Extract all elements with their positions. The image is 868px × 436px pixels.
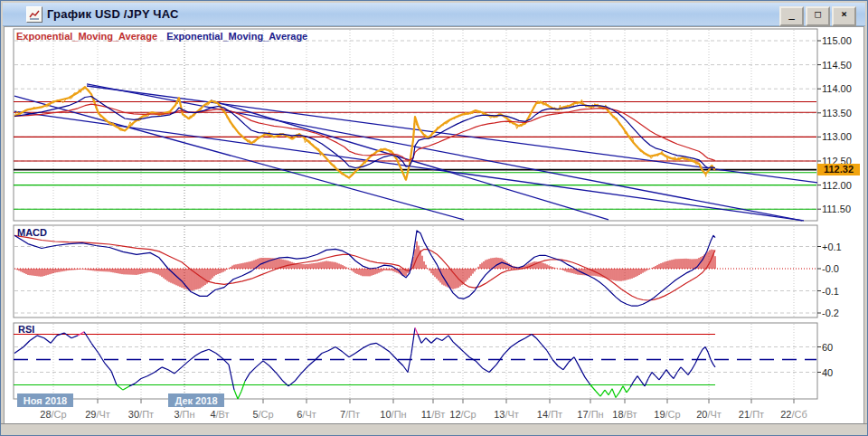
svg-text:113.50: 113.50 <box>822 108 852 118</box>
svg-text:-0.1: -0.1 <box>822 286 839 297</box>
svg-text:13/Чт: 13/Чт <box>494 409 519 420</box>
chart-window: График USD /JPY ЧАС _ □ × 115.00114.5011… <box>0 0 868 436</box>
svg-text:22/Сб: 22/Сб <box>780 409 807 420</box>
svg-text:4/Вт: 4/Вт <box>210 409 229 420</box>
indicator-legend: Exponential_Moving_Average Exponential_M… <box>16 31 307 42</box>
svg-text:17/Пн: 17/Пн <box>577 409 603 420</box>
macd-panel-label: MACD <box>17 227 47 238</box>
legend-ema-red: Exponential_Moving_Average <box>16 31 157 42</box>
svg-text:+0.1: +0.1 <box>822 242 842 252</box>
svg-text:60: 60 <box>822 342 833 353</box>
svg-text:18/Вт: 18/Вт <box>612 409 637 420</box>
svg-text:-0.2: -0.2 <box>822 308 839 318</box>
svg-text:20/Чт: 20/Чт <box>696 409 722 420</box>
svg-text:Ноя 2018: Ноя 2018 <box>24 395 67 406</box>
legend-ema-blue: Exponential_Moving_Average <box>166 31 307 42</box>
svg-text:3/Пн: 3/Пн <box>174 409 194 420</box>
panel-backgrounds <box>14 29 817 399</box>
svg-text:7/Пт: 7/Пт <box>340 409 360 420</box>
svg-text:114.00: 114.00 <box>822 83 852 94</box>
svg-text:112.00: 112.00 <box>822 180 852 191</box>
svg-text:115.00: 115.00 <box>822 35 852 46</box>
svg-text:11/Вт: 11/Вт <box>421 409 446 420</box>
svg-text:40: 40 <box>822 367 833 378</box>
svg-text:Дек 2018: Дек 2018 <box>175 395 217 406</box>
svg-text:30/Пт: 30/Пт <box>128 409 154 420</box>
chart-canvas[interactable]: 115.00114.50114.00113.50113.00112.50112.… <box>1 1 868 436</box>
svg-text:14/Пт: 14/Пт <box>537 409 562 420</box>
svg-text:28/Ср: 28/Ср <box>40 409 66 420</box>
right-axis-labels: 115.00114.50114.00113.50113.00112.50112.… <box>817 35 852 378</box>
last-price-badge: 112.32 <box>817 164 860 175</box>
svg-text:10/Пн: 10/Пн <box>380 409 406 420</box>
svg-text:29/Чт: 29/Чт <box>85 409 110 420</box>
svg-text:111.50: 111.50 <box>822 204 851 214</box>
svg-text:114.50: 114.50 <box>822 60 852 71</box>
rsi-panel-label: RSI <box>18 324 34 335</box>
svg-text:-0.0: -0.0 <box>822 263 839 274</box>
svg-text:113.00: 113.00 <box>822 131 852 142</box>
svg-text:19/Ср: 19/Ср <box>654 409 680 420</box>
svg-text:21/Пт: 21/Пт <box>739 409 764 420</box>
svg-text:5/Ср: 5/Ср <box>252 409 273 420</box>
svg-text:12/Ср: 12/Ср <box>449 409 476 420</box>
date-axis: 28/Ср29/Чт30/Пт3/Пн4/Вт5/Ср6/Чт7/Пт10/Пн… <box>40 399 807 420</box>
svg-text:6/Чт: 6/Чт <box>297 409 316 420</box>
